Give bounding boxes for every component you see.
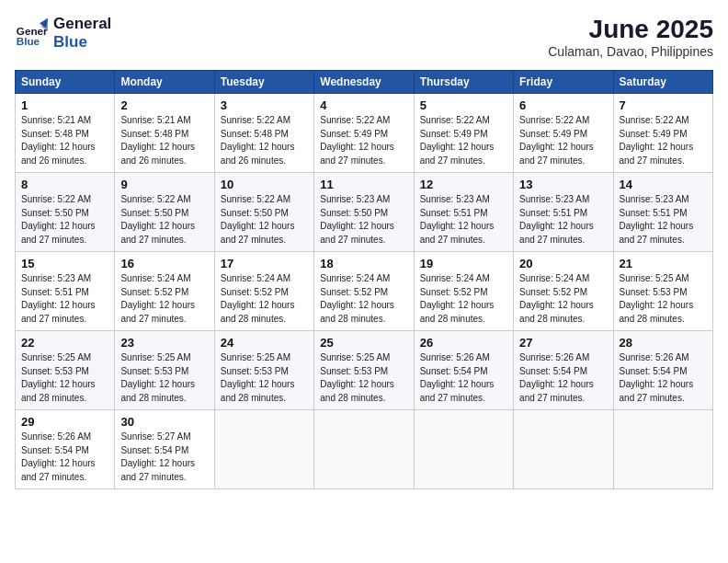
cell-info: Sunrise: 5:22 AM Sunset: 5:48 PM Dayligh… xyxy=(221,114,308,167)
cell-info: Sunrise: 5:22 AM Sunset: 5:50 PM Dayligh… xyxy=(221,193,308,247)
day-number: 8 xyxy=(21,178,108,191)
day-number: 19 xyxy=(420,257,507,270)
day-number: 2 xyxy=(120,98,208,112)
day-number: 13 xyxy=(519,178,607,191)
day-number: 6 xyxy=(519,98,607,112)
day-number: 26 xyxy=(420,336,507,350)
day-number: 28 xyxy=(620,336,707,350)
day-number: 12 xyxy=(420,178,507,191)
day-number: 7 xyxy=(620,98,707,112)
day-number: 4 xyxy=(320,98,407,112)
table-row: 1 Sunrise: 5:21 AM Sunset: 5:48 PM Dayli… xyxy=(16,94,115,173)
day-number: 29 xyxy=(21,415,108,429)
cell-info: Sunrise: 5:22 AM Sunset: 5:49 PM Dayligh… xyxy=(519,114,607,167)
table-row: 14 Sunrise: 5:23 AM Sunset: 5:51 PM Dayl… xyxy=(613,173,712,252)
day-number: 9 xyxy=(120,178,208,191)
table-row: 11 Sunrise: 5:23 AM Sunset: 5:50 PM Dayl… xyxy=(314,173,414,252)
table-row: 4 Sunrise: 5:22 AM Sunset: 5:49 PM Dayli… xyxy=(314,94,414,173)
col-sunday: Sunday xyxy=(16,71,115,94)
cell-info: Sunrise: 5:23 AM Sunset: 5:51 PM Dayligh… xyxy=(21,272,108,326)
day-number: 25 xyxy=(320,336,407,350)
cell-info: Sunrise: 5:25 AM Sunset: 5:53 PM Dayligh… xyxy=(221,351,308,405)
table-row xyxy=(314,410,414,489)
col-wednesday: Wednesday xyxy=(314,71,414,94)
cell-info: Sunrise: 5:24 AM Sunset: 5:52 PM Dayligh… xyxy=(320,272,407,326)
table-row: 28 Sunrise: 5:26 AM Sunset: 5:54 PM Dayl… xyxy=(613,331,712,410)
table-row: 5 Sunrise: 5:22 AM Sunset: 5:49 PM Dayli… xyxy=(414,94,513,173)
table-row: 22 Sunrise: 5:25 AM Sunset: 5:53 PM Dayl… xyxy=(16,331,115,410)
table-row: 10 Sunrise: 5:22 AM Sunset: 5:50 PM Dayl… xyxy=(214,173,313,252)
logo-line1: General xyxy=(53,15,111,33)
logo-icon: General Blue xyxy=(15,17,48,50)
table-row: 7 Sunrise: 5:22 AM Sunset: 5:49 PM Dayli… xyxy=(613,94,712,173)
table-row: 15 Sunrise: 5:23 AM Sunset: 5:51 PM Dayl… xyxy=(16,252,115,331)
day-number: 24 xyxy=(221,336,308,350)
day-number: 22 xyxy=(21,336,108,350)
day-number: 27 xyxy=(519,336,607,350)
table-row: 29 Sunrise: 5:26 AM Sunset: 5:54 PM Dayl… xyxy=(16,410,115,489)
day-number: 30 xyxy=(120,415,208,429)
table-row xyxy=(414,410,513,489)
cell-info: Sunrise: 5:23 AM Sunset: 5:51 PM Dayligh… xyxy=(620,193,707,247)
day-number: 18 xyxy=(320,257,407,270)
cell-info: Sunrise: 5:26 AM Sunset: 5:54 PM Dayligh… xyxy=(420,351,507,405)
cell-info: Sunrise: 5:22 AM Sunset: 5:49 PM Dayligh… xyxy=(320,114,407,167)
cell-info: Sunrise: 5:27 AM Sunset: 5:54 PM Dayligh… xyxy=(120,431,208,484)
table-row: 16 Sunrise: 5:24 AM Sunset: 5:52 PM Dayl… xyxy=(115,252,214,331)
table-row: 24 Sunrise: 5:25 AM Sunset: 5:53 PM Dayl… xyxy=(214,331,313,410)
table-row: 2 Sunrise: 5:21 AM Sunset: 5:48 PM Dayli… xyxy=(115,94,214,173)
table-row: 30 Sunrise: 5:27 AM Sunset: 5:54 PM Dayl… xyxy=(115,410,214,489)
table-row: 17 Sunrise: 5:24 AM Sunset: 5:52 PM Dayl… xyxy=(214,252,313,331)
calendar-body: 1 Sunrise: 5:21 AM Sunset: 5:48 PM Dayli… xyxy=(16,94,713,489)
day-number: 14 xyxy=(620,178,707,191)
table-row: 25 Sunrise: 5:25 AM Sunset: 5:53 PM Dayl… xyxy=(314,331,414,410)
page-header: General Blue General Blue June 2025 Cula… xyxy=(15,15,713,59)
cell-info: Sunrise: 5:23 AM Sunset: 5:51 PM Dayligh… xyxy=(519,193,607,247)
cell-info: Sunrise: 5:22 AM Sunset: 5:50 PM Dayligh… xyxy=(120,193,208,247)
table-row: 20 Sunrise: 5:24 AM Sunset: 5:52 PM Dayl… xyxy=(514,252,613,331)
day-number: 17 xyxy=(221,257,308,270)
cell-info: Sunrise: 5:24 AM Sunset: 5:52 PM Dayligh… xyxy=(221,272,308,326)
col-saturday: Saturday xyxy=(613,71,712,94)
day-number: 11 xyxy=(320,178,407,191)
title-block: June 2025 Culaman, Davao, Philippines xyxy=(548,15,713,59)
cell-info: Sunrise: 5:22 AM Sunset: 5:50 PM Dayligh… xyxy=(21,193,108,247)
day-number: 23 xyxy=(120,336,208,350)
day-number: 3 xyxy=(221,98,308,112)
cell-info: Sunrise: 5:26 AM Sunset: 5:54 PM Dayligh… xyxy=(519,351,607,405)
table-row xyxy=(214,410,313,489)
table-row: 21 Sunrise: 5:25 AM Sunset: 5:53 PM Dayl… xyxy=(613,252,712,331)
calendar-title: June 2025 xyxy=(548,15,713,44)
table-row: 18 Sunrise: 5:24 AM Sunset: 5:52 PM Dayl… xyxy=(314,252,414,331)
table-row: 27 Sunrise: 5:26 AM Sunset: 5:54 PM Dayl… xyxy=(514,331,613,410)
col-monday: Monday xyxy=(115,71,214,94)
table-row: 13 Sunrise: 5:23 AM Sunset: 5:51 PM Dayl… xyxy=(514,173,613,252)
cell-info: Sunrise: 5:25 AM Sunset: 5:53 PM Dayligh… xyxy=(620,272,707,326)
cell-info: Sunrise: 5:21 AM Sunset: 5:48 PM Dayligh… xyxy=(21,114,108,167)
table-row xyxy=(613,410,712,489)
day-number: 15 xyxy=(21,257,108,270)
day-number: 20 xyxy=(519,257,607,270)
day-number: 16 xyxy=(120,257,208,270)
cell-info: Sunrise: 5:25 AM Sunset: 5:53 PM Dayligh… xyxy=(320,351,407,405)
col-thursday: Thursday xyxy=(414,71,513,94)
cell-info: Sunrise: 5:21 AM Sunset: 5:48 PM Dayligh… xyxy=(120,114,208,167)
cell-info: Sunrise: 5:26 AM Sunset: 5:54 PM Dayligh… xyxy=(620,351,707,405)
cell-info: Sunrise: 5:24 AM Sunset: 5:52 PM Dayligh… xyxy=(420,272,507,326)
table-row: 6 Sunrise: 5:22 AM Sunset: 5:49 PM Dayli… xyxy=(514,94,613,173)
cell-info: Sunrise: 5:22 AM Sunset: 5:49 PM Dayligh… xyxy=(420,114,507,167)
table-row: 8 Sunrise: 5:22 AM Sunset: 5:50 PM Dayli… xyxy=(16,173,115,252)
svg-text:Blue: Blue xyxy=(17,35,40,47)
cell-info: Sunrise: 5:24 AM Sunset: 5:52 PM Dayligh… xyxy=(519,272,607,326)
day-number: 10 xyxy=(221,178,308,191)
col-tuesday: Tuesday xyxy=(214,71,313,94)
cell-info: Sunrise: 5:25 AM Sunset: 5:53 PM Dayligh… xyxy=(21,351,108,405)
day-number: 21 xyxy=(620,257,707,270)
table-row: 19 Sunrise: 5:24 AM Sunset: 5:52 PM Dayl… xyxy=(414,252,513,331)
cell-info: Sunrise: 5:24 AM Sunset: 5:52 PM Dayligh… xyxy=(120,272,208,326)
cell-info: Sunrise: 5:26 AM Sunset: 5:54 PM Dayligh… xyxy=(21,431,108,484)
table-row: 9 Sunrise: 5:22 AM Sunset: 5:50 PM Dayli… xyxy=(115,173,214,252)
day-number: 5 xyxy=(420,98,507,112)
calendar-subtitle: Culaman, Davao, Philippines xyxy=(548,44,713,59)
cell-info: Sunrise: 5:23 AM Sunset: 5:51 PM Dayligh… xyxy=(420,193,507,247)
